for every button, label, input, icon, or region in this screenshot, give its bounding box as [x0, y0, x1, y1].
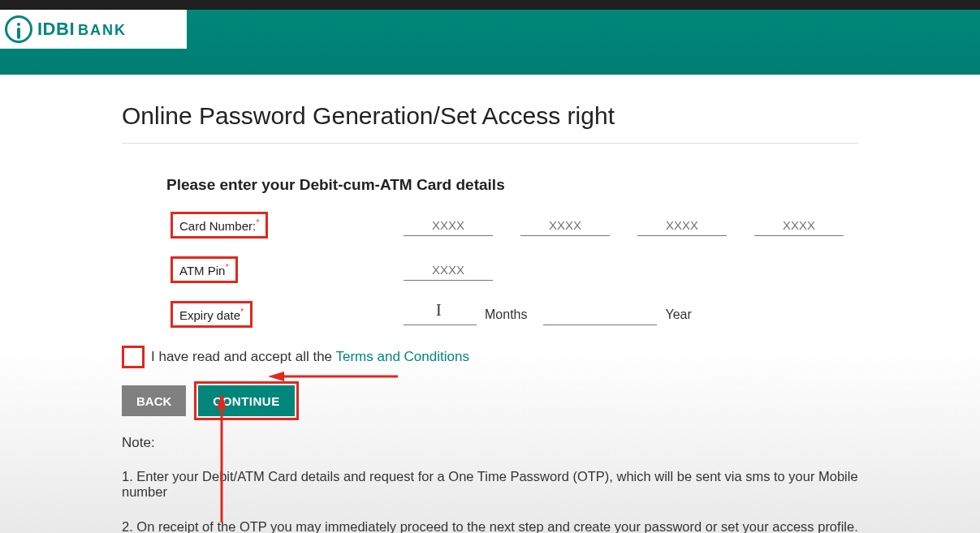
row-expiry: Expiry date* I Months Year: [171, 301, 858, 328]
terms-row: I have read and accept all the Terms and…: [122, 346, 858, 368]
bank-logo: IDBIBANK: [0, 10, 187, 49]
label-year: Year: [665, 307, 691, 322]
card-number-1[interactable]: [404, 215, 493, 236]
header-band: IDBIBANK: [0, 10, 980, 75]
expiry-year-input[interactable]: [543, 304, 657, 325]
row-card-number: Card Number:*: [171, 212, 858, 239]
label-expiry: Expiry date*: [171, 301, 253, 328]
logo-icon: [5, 15, 32, 43]
content-area: Online Password Generation/Set Access ri…: [0, 75, 980, 533]
label-card-number: Card Number:*: [171, 212, 268, 239]
text-cursor-icon: I: [436, 301, 442, 320]
section-heading: Please enter your Debit-cum-ATM Card det…: [166, 176, 858, 194]
continue-highlight: CONTINUE: [194, 381, 298, 420]
card-number-4[interactable]: [754, 215, 844, 236]
note-1: 1. Enter your Debit/ATM Card details and…: [122, 469, 858, 500]
continue-button[interactable]: CONTINUE: [198, 385, 294, 416]
note-2: 2. On receipt of the OTP you may immedia…: [122, 519, 858, 533]
terms-text: I have read and accept all the Terms and…: [151, 349, 469, 365]
top-black-strip: [0, 0, 980, 10]
label-atm-pin: ATM Pin*: [171, 256, 238, 283]
button-row: BACK CONTINUE: [122, 381, 858, 420]
terms-link[interactable]: Terms and Conditions: [335, 349, 468, 364]
card-number-3[interactable]: [637, 215, 727, 236]
card-number-2[interactable]: [520, 215, 610, 236]
logo-text: IDBIBANK: [37, 19, 127, 40]
terms-checkbox[interactable]: [122, 346, 145, 368]
note-title: Note:: [122, 435, 858, 451]
label-months: Months: [485, 307, 527, 322]
atm-pin-input[interactable]: [404, 260, 493, 281]
row-atm-pin: ATM Pin*: [171, 256, 858, 283]
back-button[interactable]: BACK: [122, 385, 186, 416]
page-title: Online Password Generation/Set Access ri…: [122, 75, 858, 144]
